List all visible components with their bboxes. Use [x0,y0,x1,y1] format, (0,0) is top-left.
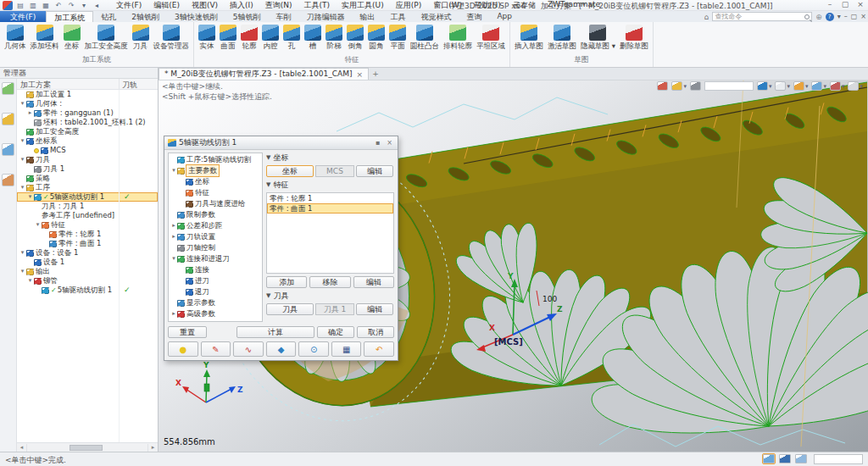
orient-icon[interactable]: ▾ [830,81,845,91]
expander-icon[interactable]: ▾ [26,276,34,286]
view-combo[interactable] [704,81,754,91]
feature-edit-button[interactable]: 编辑 [353,276,394,288]
menu-item-5[interactable]: 工具(T) [298,0,337,12]
display-toggle-icon[interactable] [779,454,791,463]
collapse-icon[interactable]: ◂ [92,1,102,10]
qat-menu-icon[interactable]: ▾ [79,1,89,10]
file-tab[interactable]: 文件(F) [0,11,46,22]
dialog-nav-3[interactable]: 特征 [169,187,262,198]
ribbon-item-孔[interactable]: 孔 [281,24,302,53]
dialog-nav-9[interactable]: ▾连接和进退刀 [169,253,262,264]
tree-row-20[interactable]: ▾铆管 [17,276,158,286]
dialog-nav-1[interactable]: ▾主要参数 [169,165,262,176]
expander-icon[interactable]: ▾ [19,267,26,276]
expander-icon[interactable]: ▸ [170,308,177,319]
dialog-nav-7[interactable]: ▸刀轨设置 [169,231,262,242]
cancel-button[interactable]: 取消 [357,326,394,338]
ribbon-item-倒角[interactable]: 倒角 [345,24,365,53]
statusbar-input[interactable] [814,454,863,464]
home-icon[interactable]: ⌂ [704,13,709,21]
coord-edit-button[interactable]: 编辑 [356,165,393,177]
tree-row-16[interactable]: 零件 : 曲面 1 [17,239,158,248]
ribbon-item-刀具[interactable]: 刀具 [131,24,151,53]
menu-item-2[interactable]: 视图(V) [186,0,224,12]
ribbon-item-删除草图[interactable]: 删除草图 [618,24,650,53]
ribbon-tab-9[interactable]: 视觉样式 [413,11,459,22]
dialog-nav-6[interactable]: ▸公差和步距 [169,220,262,231]
tree-row-17[interactable]: ▾设备 : 设备 1 [17,248,158,258]
tool-manager-icon[interactable]: ◆ [266,341,297,357]
dialog-nav-10[interactable]: 连接 [169,264,262,275]
save-icon[interactable]: ▦ [41,1,51,10]
panel-toggle-icon[interactable] [795,454,807,463]
tree-row-3[interactable]: 坯料 : table2.1001_坯料.1 (2) [17,118,158,127]
scroll-left-arrow[interactable]: ◂ [17,444,26,451]
ribbon-item-排料轮廓[interactable]: 排料轮廓 [442,24,474,53]
menu-item-6[interactable]: 实用工具(U) [336,0,390,12]
expander-icon[interactable]: ▾ [19,183,26,192]
ribbon-tab-10[interactable]: 查询 [459,11,489,22]
tree-row-12[interactable]: 刀具 : 刀具 1 [17,202,158,211]
expander-icon[interactable]: ▾ [19,248,26,258]
dialog-nav-2[interactable]: 坐标 [169,176,262,187]
scroll-track[interactable] [26,444,148,452]
ribbon-item-加工安全高度[interactable]: 加工安全高度 [83,24,130,53]
doc-restore-button[interactable]: ▢ [851,13,858,20]
new-file-icon[interactable]: ▤ [15,1,25,10]
manager-hscrollbar[interactable]: ◂ ▸ [17,442,158,452]
undo-icon[interactable]: ↶ [53,1,64,10]
filter-mode-icon[interactable] [763,454,775,463]
ok-button[interactable]: 确定 [317,326,354,338]
annotate-icon[interactable]: ▾ [671,81,687,91]
ribbon-tab-6[interactable]: 刀路编辑器 [298,11,352,22]
restore-operation-icon[interactable]: ↶ [364,341,394,357]
dialog-pin-icon[interactable]: ▪ [373,139,382,147]
close-button[interactable]: × [855,0,865,8]
ribbon-item-曲面[interactable]: 曲面 [218,24,238,53]
coord-pick-button[interactable]: 坐标 [266,165,314,177]
tree-row-21[interactable]: ✓5轴驱动线切割 1✓ [17,286,158,295]
ribbon-item-圆角[interactable]: 圆角 [366,24,387,53]
ribbon-item-坐标[interactable]: 坐标 [62,24,82,53]
ribbon-item-圆柱凸台[interactable]: 圆柱凸台 [409,24,441,53]
cam-plan-icon[interactable] [2,82,14,95]
help-icon[interactable]: ? [826,13,834,21]
edit-note-icon[interactable]: ✎ [201,341,231,357]
tree-row-0[interactable]: 加工设置 1 [17,90,158,99]
render-mode-icon[interactable]: ▾ [793,81,809,91]
dialog-nav-11[interactable]: 进刀 [169,275,262,286]
scroll-thumb[interactable] [70,445,103,451]
tree-row-15[interactable]: 零件 : 轮廓 1 [17,230,158,239]
dialog-nav-4[interactable]: 刀具与速度进给 [169,198,262,209]
expander-icon[interactable]: ▾ [19,155,26,164]
calculate-button[interactable]: 计算 [236,326,314,338]
tree-row-7[interactable]: ▾刀具 [17,155,158,164]
dialog-titlebar[interactable]: 5轴驱动线切割 1 ▪ × [164,136,398,150]
expander-icon[interactable]: ▾ [170,253,177,264]
online-resources-icon[interactable]: ⊕ [815,13,822,21]
doc-close-button[interactable]: × [860,13,866,20]
expander-icon[interactable]: ▾ [170,165,177,176]
menu-item-4[interactable]: 查询(N) [259,0,298,12]
dialog-nav-5[interactable]: 限制参数 [169,209,262,220]
dialog-nav-14[interactable]: ▸高级参数 [169,308,262,319]
expander-icon[interactable]: ▸ [170,220,177,231]
tree-row-18[interactable]: 设备 1 [17,258,158,267]
feature-remove-button[interactable]: 移除 [309,276,350,288]
dialog-nav-12[interactable]: 退刀 [169,286,262,297]
ribbon-tab-7[interactable]: 输出 [352,11,382,22]
open-file-icon[interactable]: ▥ [28,1,38,10]
ribbon-item-几何体[interactable]: 几何体 [3,24,28,53]
tool-section-header[interactable]: ▼刀具 [266,291,394,301]
tree-row-5[interactable]: ▾坐标系 [17,136,158,146]
ribbon-item-内腔[interactable]: 内腔 [260,24,281,53]
tool-value-field[interactable]: 刀具 1 [315,303,354,315]
tree-row-9[interactable]: 策略 [17,174,158,183]
history-icon[interactable] [2,113,14,125]
ribbon-tab-2[interactable]: 2轴铣削 [124,11,167,22]
expander-icon[interactable]: ▸ [170,231,177,242]
ribbon-item-插入草图[interactable]: 插入草图 [513,24,545,53]
tree-row-1[interactable]: ▾几何体 : [17,99,158,108]
ribbon-item-激活草图[interactable]: 激活草图 [546,24,578,53]
ribbon-tab-8[interactable]: 工具 [382,11,413,22]
